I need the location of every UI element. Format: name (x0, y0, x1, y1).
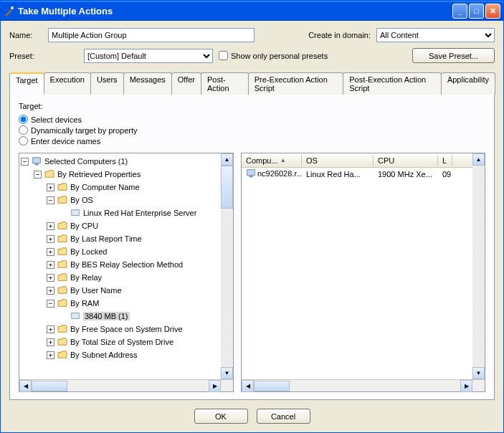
tree-node[interactable]: Linux Red Hat Enterprise Server (21, 206, 219, 219)
folder-icon (57, 285, 68, 296)
expand-icon[interactable]: + (47, 261, 54, 269)
column-header[interactable]: OS (302, 155, 374, 166)
folder-icon (57, 259, 68, 270)
folder-icon (44, 168, 55, 180)
tab-pre-execution-action-script[interactable]: Pre-Execution Action Script (248, 72, 343, 95)
tree-hscroll[interactable]: ◀ ▶ (19, 379, 233, 391)
tree-vscroll-thumb[interactable] (221, 166, 233, 209)
table-hscroll-thumb[interactable] (254, 381, 290, 391)
tree-node[interactable]: −By RAM (21, 297, 219, 310)
tab-offer[interactable]: Offer (171, 72, 201, 95)
scroll-up-icon[interactable]: ▲ (472, 153, 485, 166)
show-personal-checkbox-input[interactable] (219, 51, 228, 60)
tree-node-label: By Locked (70, 247, 107, 256)
tree-node-label: By User Name (70, 286, 122, 295)
tree-node-label: Linux Red Hat Enterprise Server (83, 209, 196, 217)
collapse-icon[interactable]: − (47, 196, 54, 204)
tree-node[interactable]: +By Total Size of System Drive (21, 336, 219, 348)
folder-icon (57, 246, 68, 257)
name-input[interactable] (48, 28, 255, 42)
column-header[interactable]: L (438, 155, 452, 166)
tab-post-execution-action-script[interactable]: Post-Execution Action Script (343, 72, 442, 95)
tree-node[interactable]: +By BES Relay Selection Method (21, 258, 219, 271)
column-header[interactable]: Compu...▲ (242, 155, 302, 166)
tab-execution[interactable]: Execution (44, 72, 91, 95)
ok-button[interactable]: OK (194, 409, 248, 424)
tree-node[interactable]: +By CPU (21, 219, 219, 232)
collapse-icon[interactable]: − (21, 158, 29, 166)
expand-icon[interactable]: + (47, 325, 54, 333)
table-header[interactable]: Compu...▲OSCPUL (242, 153, 472, 168)
target-radio-0[interactable]: Select devices (19, 115, 485, 124)
folder-icon (57, 323, 68, 335)
tab-post-action[interactable]: Post-Action (201, 72, 249, 95)
expand-icon[interactable]: + (47, 184, 54, 191)
tab-applicability[interactable]: Applicability (441, 72, 495, 95)
tree-node[interactable]: −By Retrieved Properties (21, 168, 219, 181)
tree-node[interactable]: −By OS (21, 194, 219, 206)
table-cell: 1900 MHz Xe... (374, 168, 438, 180)
expand-icon[interactable]: + (47, 338, 54, 346)
domain-select[interactable]: All Content (376, 28, 495, 42)
tree-node-label: By OS (70, 196, 93, 204)
tree-node-label: By Computer Name (70, 183, 140, 191)
table-hscroll[interactable]: ◀ ▶ (242, 379, 485, 391)
table-pane: Compu...▲OSCPUL nc926028.r...Linux Red H… (241, 153, 485, 392)
computer-tree[interactable]: −Selected Computers (1)−By Retrieved Pro… (19, 153, 221, 363)
expand-icon[interactable]: + (47, 287, 54, 295)
table-row[interactable]: nc926028.r...Linux Red Ha...1900 MHz Xe.… (242, 168, 472, 181)
target-radio-1[interactable]: Dynamically target by property (19, 125, 485, 135)
tree-node-label: By Free Space on System Drive (70, 325, 183, 333)
scroll-right-icon[interactable]: ▶ (209, 380, 221, 392)
maximize-button[interactable]: □ (469, 4, 484, 19)
expand-icon[interactable]: + (47, 248, 54, 256)
tree-node[interactable]: 3840 MB (1) (21, 310, 219, 323)
close-button[interactable]: ✕ (485, 4, 500, 19)
tree-node[interactable]: +By Last Report Time (21, 232, 219, 245)
tree-node[interactable]: +By Relay (21, 271, 219, 284)
leaf-icon (70, 310, 81, 322)
expand-blank (60, 209, 67, 217)
folder-icon (57, 298, 68, 309)
scroll-up-icon[interactable]: ▲ (221, 153, 233, 166)
expand-icon[interactable]: + (47, 274, 54, 282)
scroll-left-icon[interactable]: ◀ (242, 380, 254, 392)
scroll-right-icon[interactable]: ▶ (460, 380, 472, 392)
tree-node[interactable]: +By Subnet Address (21, 348, 219, 361)
tab-target[interactable]: Target (9, 72, 44, 95)
save-preset-button[interactable]: Save Preset... (412, 48, 495, 63)
show-personal-checkbox[interactable]: Show only personal presets (219, 51, 328, 60)
minimize-button[interactable]: _ (452, 4, 467, 19)
expand-icon[interactable]: + (47, 351, 54, 359)
scroll-down-icon[interactable]: ▼ (221, 367, 233, 379)
expand-icon[interactable]: + (47, 235, 54, 243)
tab-messages[interactable]: Messages (123, 72, 172, 95)
tab-users[interactable]: Users (90, 72, 124, 95)
collapse-icon[interactable]: − (34, 171, 42, 179)
table-vscroll[interactable]: ▲ ▼ (472, 153, 485, 379)
window-titlebar: Take Multiple Actions _ □ ✕ (1, 1, 503, 21)
tree-node[interactable]: +By Computer Name (21, 181, 219, 194)
svg-rect-5 (247, 170, 255, 176)
table-body[interactable]: nc926028.r...Linux Red Ha...1900 MHz Xe.… (242, 168, 472, 379)
svg-rect-6 (249, 176, 252, 178)
tree-vscroll[interactable]: ▲ ▼ (221, 153, 233, 379)
tree-node[interactable]: −Selected Computers (1) (21, 155, 219, 168)
collapse-icon[interactable]: − (47, 300, 54, 308)
domain-label: Create in domain: (308, 31, 371, 39)
scroll-left-icon[interactable]: ◀ (19, 380, 32, 392)
tree-pane: −Selected Computers (1)−By Retrieved Pro… (19, 153, 234, 392)
preset-select[interactable]: [Custom] Default (84, 49, 213, 63)
expand-icon[interactable]: + (47, 222, 54, 230)
folder-icon (57, 233, 68, 244)
tree-node[interactable]: +By Locked (21, 245, 219, 258)
column-header[interactable]: CPU (374, 155, 438, 166)
tree-node[interactable]: +By Free Space on System Drive (21, 323, 219, 336)
folder-icon (57, 272, 68, 283)
tree-node-label: By Last Report Time (70, 234, 142, 243)
cancel-button[interactable]: Cancel (257, 409, 310, 424)
target-radio-2[interactable]: Enter device names (19, 136, 485, 146)
tree-hscroll-thumb[interactable] (32, 381, 67, 391)
scroll-down-icon[interactable]: ▼ (472, 367, 485, 379)
tree-node[interactable]: +By User Name (21, 284, 219, 297)
